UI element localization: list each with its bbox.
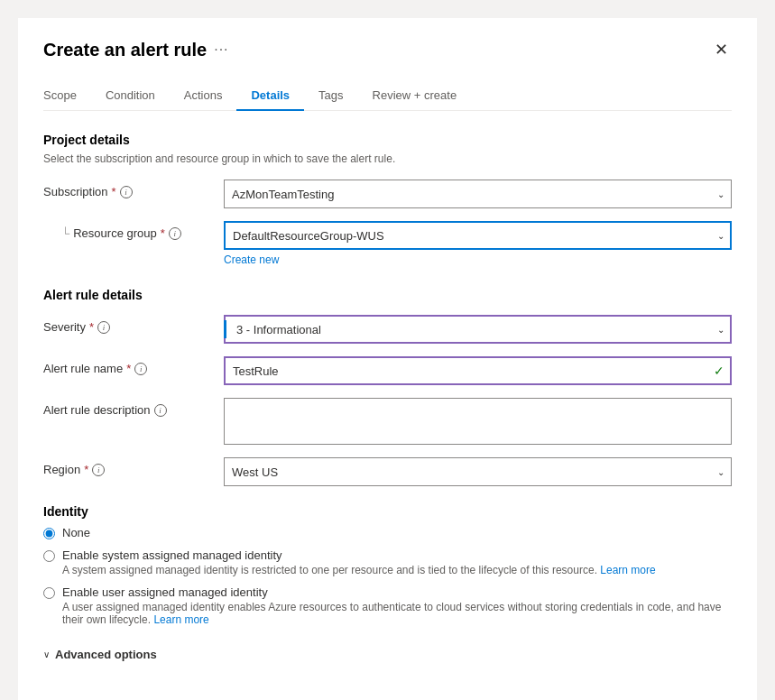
- identity-option-none: None: [43, 526, 732, 539]
- tree-branch-icon: └: [61, 226, 69, 240]
- alert-rule-name-info-icon[interactable]: i: [134, 363, 147, 375]
- subscription-control: AzMonTeamTesting ⌄: [224, 180, 732, 208]
- severity-dropdown-wrapper: 3 - Informational 0 - Critical 1 - Error…: [224, 315, 732, 344]
- project-details-subtitle: Select the subscription and resource gro…: [43, 152, 732, 165]
- alert-rule-name-group: Alert rule name * i ✓: [43, 356, 732, 385]
- panel-title: Create an alert rule: [43, 40, 207, 60]
- panel-title-row: Create an alert rule ···: [43, 40, 229, 60]
- region-control: West US East US North Europe ⌄: [224, 457, 732, 486]
- alert-rule-name-required: *: [126, 362, 131, 375]
- resource-group-label: └ Resource group * i: [43, 221, 224, 240]
- alert-rule-description-group: Alert rule description i: [43, 398, 732, 445]
- more-options-icon[interactable]: ···: [214, 41, 228, 58]
- resource-group-dropdown-wrapper: DefaultResourceGroup-WUS ⌄: [224, 221, 732, 250]
- severity-control: 3 - Informational 0 - Critical 1 - Error…: [224, 315, 732, 344]
- close-button[interactable]: ✕: [711, 36, 732, 63]
- project-details-section: Project details Select the subscription …: [43, 133, 732, 266]
- subscription-label: Subscription * i: [43, 180, 224, 198]
- alert-rule-name-label: Alert rule name * i: [43, 356, 224, 375]
- severity-bar: [224, 320, 226, 338]
- project-details-title: Project details: [43, 133, 732, 147]
- resource-group-control: DefaultResourceGroup-WUS ⌄ Create new: [224, 221, 732, 266]
- identity-system-learn-more[interactable]: Learn more: [600, 564, 655, 576]
- alert-rule-details-section: Alert rule details Severity * i 3 - Info…: [43, 288, 732, 486]
- advanced-options-section[interactable]: ∨ Advanced options: [43, 648, 732, 661]
- resource-group-info-icon[interactable]: i: [169, 227, 181, 240]
- subscription-select[interactable]: AzMonTeamTesting: [224, 180, 732, 208]
- alert-rule-name-control: ✓: [224, 356, 732, 385]
- severity-required: *: [89, 320, 94, 334]
- tab-condition[interactable]: Condition: [91, 81, 170, 111]
- tab-review[interactable]: Review + create: [358, 81, 472, 111]
- advanced-chevron-icon: ∨: [43, 649, 50, 659]
- severity-label: Severity * i: [43, 315, 224, 334]
- tab-scope[interactable]: Scope: [43, 81, 91, 111]
- alert-rule-name-input-wrapper: ✓: [224, 356, 732, 385]
- subscription-dropdown-wrapper: AzMonTeamTesting ⌄: [224, 180, 732, 208]
- region-select[interactable]: West US East US North Europe: [224, 457, 732, 486]
- alert-rule-description-label: Alert rule description i: [43, 398, 224, 417]
- alert-rule-name-check-icon: ✓: [714, 364, 724, 378]
- identity-section-title: Identity: [43, 504, 732, 519]
- severity-select[interactable]: 3 - Informational 0 - Critical 1 - Error…: [224, 315, 732, 344]
- alert-rule-name-input[interactable]: [224, 356, 732, 385]
- resource-group-select[interactable]: DefaultResourceGroup-WUS: [224, 221, 732, 250]
- identity-option-system: Enable system assigned managed identity …: [43, 548, 732, 576]
- identity-option-user: Enable user assigned managed identity A …: [43, 585, 732, 626]
- identity-none-label-wrap: None: [62, 526, 90, 539]
- region-dropdown-wrapper: West US East US North Europe ⌄: [224, 457, 732, 486]
- identity-none-radio[interactable]: [43, 528, 55, 539]
- region-label: Region * i: [43, 457, 224, 476]
- advanced-options-label: Advanced options: [55, 648, 157, 661]
- identity-section: Identity None Enable system assigned man…: [43, 504, 732, 626]
- region-info-icon[interactable]: i: [92, 464, 105, 476]
- severity-info-icon[interactable]: i: [97, 321, 110, 334]
- subscription-info-icon[interactable]: i: [120, 186, 133, 198]
- alert-rule-description-input[interactable]: [224, 398, 732, 445]
- alert-rule-details-fields: Severity * i 3 - Informational 0 - Criti…: [43, 315, 732, 486]
- identity-user-learn-more[interactable]: Learn more: [153, 613, 208, 626]
- identity-user-radio[interactable]: [43, 587, 55, 599]
- create-alert-rule-panel: Create an alert rule ··· ✕ Scope Conditi…: [18, 18, 757, 700]
- severity-group: Severity * i 3 - Informational 0 - Criti…: [43, 315, 732, 344]
- identity-system-label: Enable system assigned managed identity: [62, 548, 656, 562]
- identity-system-radio[interactable]: [43, 550, 55, 562]
- identity-user-description: A user assigned managed identity enables…: [62, 601, 732, 626]
- alert-rule-description-control: [224, 398, 732, 445]
- identity-system-description: A system assigned managed identity is re…: [62, 564, 656, 576]
- alert-rule-description-info-icon[interactable]: i: [154, 404, 167, 417]
- subscription-group: Subscription * i AzMonTeamTesting ⌄: [43, 180, 732, 208]
- identity-none-label: None: [62, 526, 90, 539]
- alert-rule-details-title: Alert rule details: [43, 288, 732, 302]
- region-group: Region * i West US East US North Europe …: [43, 457, 732, 486]
- create-new-link[interactable]: Create new: [224, 253, 279, 266]
- tab-actions[interactable]: Actions: [170, 81, 237, 111]
- region-required: *: [84, 463, 88, 476]
- identity-radio-group: None Enable system assigned managed iden…: [43, 526, 732, 626]
- identity-user-label: Enable user assigned managed identity: [62, 585, 732, 599]
- identity-system-label-wrap: Enable system assigned managed identity …: [62, 548, 656, 576]
- subscription-required: *: [112, 185, 116, 198]
- resource-group-required: *: [161, 226, 165, 240]
- resource-group-group: └ Resource group * i DefaultResourceGrou…: [43, 221, 732, 266]
- nav-tabs: Scope Condition Actions Details Tags Rev…: [43, 81, 732, 111]
- tab-details[interactable]: Details: [236, 81, 304, 111]
- panel-header: Create an alert rule ··· ✕: [43, 36, 732, 63]
- identity-user-label-wrap: Enable user assigned managed identity A …: [62, 585, 732, 626]
- tab-tags[interactable]: Tags: [304, 81, 357, 111]
